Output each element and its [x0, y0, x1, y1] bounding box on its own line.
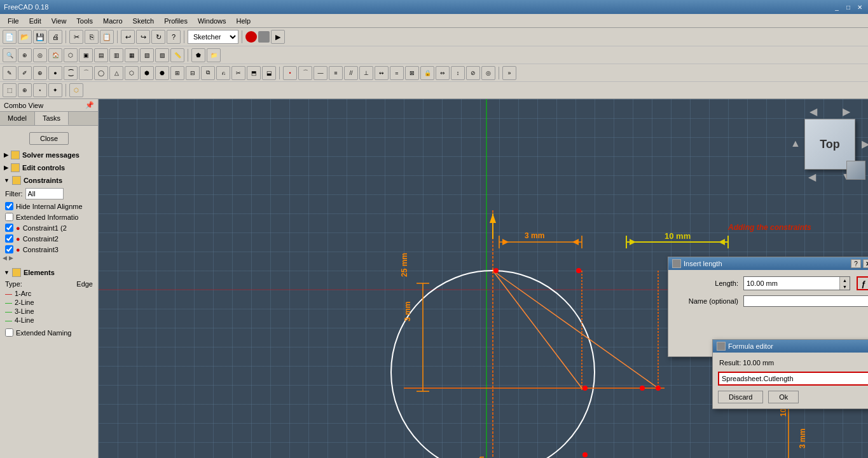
formula-input[interactable]	[719, 373, 868, 384]
tb-iso[interactable]: ⬡	[64, 48, 78, 62]
tb-view2[interactable]: ⊕	[18, 48, 32, 62]
discard-button[interactable]: Discard	[718, 391, 763, 403]
tb-sketch3[interactable]: ⊕	[33, 66, 47, 80]
tb-sketch16[interactable]: ✂	[231, 66, 245, 80]
menu-sketch[interactable]: Sketch	[128, 16, 160, 26]
constraint1-checkbox[interactable]	[5, 224, 13, 232]
dialog-help-btn[interactable]: ?	[851, 259, 861, 268]
close-panel-button[interactable]: Close	[29, 132, 69, 145]
tb-undo[interactable]: ↩	[121, 30, 135, 44]
tb-attach2[interactable]: ⊕	[18, 83, 32, 97]
tb-view3[interactable]: ◎	[33, 48, 47, 62]
tb-attach3[interactable]: ⋆	[33, 83, 47, 97]
tb-con12[interactable]: ↕	[451, 66, 465, 80]
tb-mode1[interactable]: ⬡	[69, 83, 83, 97]
tb-expand[interactable]: »	[502, 66, 516, 80]
hide-internal-checkbox[interactable]	[5, 202, 13, 210]
tb-folder[interactable]: 📁	[207, 48, 221, 62]
maximize-button[interactable]: □	[844, 3, 853, 11]
tb-redo[interactable]: ↪	[136, 30, 150, 44]
tb-con5[interactable]: //	[344, 66, 358, 80]
length-input[interactable]	[744, 277, 839, 290]
tb-con1[interactable]: •	[283, 66, 297, 80]
viewport[interactable]: 3 mm 10 mm 25 mm 3 mm 3 mm 10 mm 3 mm 10…	[99, 99, 868, 458]
tb-sketch11[interactable]: ⬣	[155, 66, 169, 80]
nav-arrow-right-top[interactable]: ▶	[843, 105, 850, 118]
tb-sketch10[interactable]: ⬢	[140, 66, 154, 80]
tb-measure[interactable]: 📏	[170, 48, 184, 62]
tb-rear[interactable]: ▦	[125, 48, 139, 62]
tb-help[interactable]: ?	[167, 30, 181, 44]
combo-view-pin[interactable]: 📌	[85, 101, 94, 109]
tb-sketch4[interactable]: ●	[48, 66, 62, 80]
tb-sketch12[interactable]: ⊞	[170, 66, 184, 80]
tb-refresh[interactable]: ↻	[151, 30, 165, 44]
tb-sketch8[interactable]: △	[109, 66, 123, 80]
workbench-dropdown[interactable]: Sketcher	[188, 30, 238, 44]
tb-home[interactable]: 🏠	[48, 48, 62, 62]
stop-button[interactable]	[258, 31, 270, 43]
menu-macro[interactable]: Macro	[98, 16, 128, 26]
length-spin-down[interactable]: ▼	[839, 283, 850, 290]
tb-con2[interactable]: ⌒	[298, 66, 312, 80]
tb-sketch18[interactable]: ⬓	[262, 66, 276, 80]
tb-sketch13[interactable]: ⊟	[186, 66, 200, 80]
tb-cut[interactable]: ✂	[69, 30, 83, 44]
tb-con3[interactable]: —	[313, 66, 327, 80]
tb-con8[interactable]: =	[390, 66, 404, 80]
tb-con6[interactable]: ⊥	[359, 66, 373, 80]
tb-open[interactable]: 📂	[18, 30, 32, 44]
nav-arrow-up[interactable]: ▲	[790, 138, 801, 149]
tb-copy[interactable]: ⎘	[85, 30, 99, 44]
tb-con13[interactable]: ⊘	[466, 66, 480, 80]
menu-windows[interactable]: Windows	[193, 16, 231, 26]
extended-info-checkbox[interactable]	[5, 213, 13, 221]
close-button[interactable]: ✕	[855, 3, 864, 11]
tb-bottom[interactable]: ▨	[155, 48, 169, 62]
tb-sketch7[interactable]: ◯	[94, 66, 108, 80]
elements-section[interactable]: ▼ Elements	[3, 266, 95, 279]
constraint3-checkbox[interactable]	[5, 245, 13, 253]
nav-arrow-right-mid[interactable]: ▶	[862, 138, 868, 150]
filter-input[interactable]	[25, 188, 64, 199]
tb-new[interactable]: 📄	[3, 30, 17, 44]
tb-sketch5[interactable]: ⁐	[64, 66, 78, 80]
menu-tools[interactable]: Tools	[71, 16, 98, 26]
menu-profiles[interactable]: Profiles	[159, 16, 193, 26]
tb-con11[interactable]: ⇔	[436, 66, 450, 80]
tb-view1[interactable]: 🔍	[3, 48, 17, 62]
tb-top[interactable]: ▤	[94, 48, 108, 62]
tb-sketch9[interactable]: ⬡	[125, 66, 139, 80]
tb-sketch14[interactable]: ⧉	[201, 66, 215, 80]
tb-save[interactable]: 💾	[33, 30, 47, 44]
edit-controls-section[interactable]: ▶ Edit controls	[3, 161, 95, 174]
tb-con7[interactable]: ↭	[375, 66, 389, 80]
tb-con4[interactable]: ≡	[329, 66, 343, 80]
cube-corner[interactable]	[846, 161, 865, 180]
tb-print[interactable]: 🖨	[48, 30, 62, 44]
length-spin-up[interactable]: ▲	[839, 277, 850, 283]
constraints-section[interactable]: ▼ Constraints	[3, 174, 95, 187]
menu-view[interactable]: View	[46, 16, 72, 26]
tb-macro1[interactable]: ▶	[271, 30, 285, 44]
record-button[interactable]	[245, 31, 257, 43]
nav-arrow-left[interactable]: ◀	[809, 105, 817, 118]
tb-con9[interactable]: ⊠	[405, 66, 419, 80]
constraint2-checkbox[interactable]	[5, 234, 13, 243]
menu-file[interactable]: File	[3, 16, 24, 26]
extended-naming-checkbox[interactable]	[5, 328, 13, 337]
tb-sketch17[interactable]: ⬒	[247, 66, 261, 80]
tab-model[interactable]: Model	[0, 112, 35, 125]
menu-edit[interactable]: Edit	[24, 16, 46, 26]
ok-button[interactable]: Ok	[768, 391, 799, 403]
tb-attach4[interactable]: ✦	[48, 83, 62, 97]
tb-left[interactable]: ▧	[140, 48, 154, 62]
tb-con14[interactable]: ◎	[481, 66, 495, 80]
minimize-button[interactable]: _	[832, 3, 841, 11]
tb-sketch1[interactable]: ✎	[3, 66, 17, 80]
tb-paste[interactable]: 📋	[100, 30, 114, 44]
name-input[interactable]	[744, 296, 868, 306]
tab-tasks[interactable]: Tasks	[35, 112, 69, 125]
tb-sketch2[interactable]: ✐	[18, 66, 32, 80]
tb-sketch15[interactable]: ⎌	[216, 66, 230, 80]
